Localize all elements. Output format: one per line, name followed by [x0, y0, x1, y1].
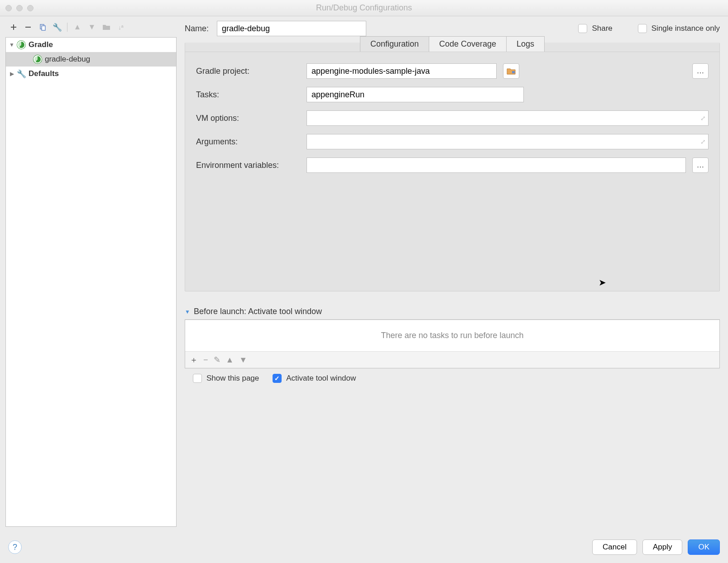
gradle-icon: [17, 40, 26, 49]
move-task-down-button[interactable]: ▼: [239, 355, 247, 365]
activate-tool-window-label: Activate tool window: [286, 374, 356, 383]
tabs: Configuration Code Coverage Logs: [360, 36, 545, 52]
copy-config-button[interactable]: [37, 22, 48, 33]
name-row: Name: Share Single instance only: [185, 21, 720, 36]
name-input[interactable]: [217, 21, 366, 36]
sidebar: 🔧 ▲ ▼ ↓ª ▼ Gradle gradle-debug ▶ 🔧 Defau…: [0, 16, 177, 531]
tab-logs[interactable]: Logs: [507, 37, 544, 52]
apply-button[interactable]: Apply: [642, 539, 683, 555]
tasks-input[interactable]: [307, 87, 524, 102]
gradle-project-input[interactable]: [307, 63, 497, 79]
single-instance-label: Single instance only: [651, 24, 720, 33]
expand-icon[interactable]: ⤢: [700, 115, 706, 122]
show-this-page-checkbox[interactable]: Show this page: [193, 374, 259, 383]
tab-configuration[interactable]: Configuration: [360, 37, 429, 52]
env-vars-label: Environment variables:: [196, 161, 300, 170]
help-button[interactable]: ?: [8, 540, 22, 554]
checkbox-icon: [193, 374, 202, 383]
tree-node-gradle-debug[interactable]: gradle-debug: [6, 52, 176, 67]
sidebar-toolbar: 🔧 ▲ ▼ ↓ª: [5, 21, 177, 37]
single-instance-checkbox[interactable]: Single instance only: [638, 24, 720, 33]
tree-label: Gradle: [28, 40, 53, 49]
wrench-icon: 🔧: [17, 69, 26, 78]
config-tree[interactable]: ▼ Gradle gradle-debug ▶ 🔧 Defaults: [5, 37, 177, 527]
edit-defaults-button[interactable]: 🔧: [52, 22, 62, 33]
before-launch-empty: There are no tasks to run before launch: [185, 320, 719, 351]
svg-rect-1: [42, 26, 45, 30]
footer: ? Cancel Apply OK: [0, 531, 728, 563]
titlebar: Run/Debug Configurations: [0, 0, 728, 16]
tree-node-gradle[interactable]: ▼ Gradle: [6, 38, 176, 52]
sort-button[interactable]: ↓ª: [115, 22, 126, 33]
share-checkbox[interactable]: Share: [578, 24, 612, 33]
env-vars-input[interactable]: [307, 157, 686, 173]
activate-tool-window-checkbox[interactable]: Activate tool window: [273, 374, 356, 383]
ellipsis-icon: …: [697, 67, 704, 76]
share-label: Share: [592, 24, 612, 33]
tab-code-coverage[interactable]: Code Coverage: [429, 37, 507, 52]
show-this-page-label: Show this page: [206, 374, 259, 383]
before-launch-section: ▼ Before launch: Activate tool window Th…: [185, 304, 720, 383]
remove-task-button[interactable]: −: [203, 355, 208, 365]
tree-label: gradle-debug: [44, 55, 90, 64]
config-panel: Configuration Code Coverage Logs Gradle …: [185, 43, 720, 291]
env-vars-browse-button[interactable]: …: [692, 157, 709, 173]
separator: [67, 23, 67, 32]
tasks-label: Tasks:: [196, 90, 300, 100]
remove-config-button[interactable]: [23, 22, 34, 33]
move-task-up-button[interactable]: ▲: [226, 355, 234, 365]
more-project-button[interactable]: …: [692, 63, 709, 79]
name-label: Name:: [185, 24, 209, 33]
arguments-input[interactable]: [307, 134, 709, 149]
config-form: Gradle project: … Tasks:: [185, 52, 719, 177]
checkbox-icon: [273, 374, 282, 383]
cancel-button[interactable]: Cancel: [592, 539, 637, 555]
arguments-label: Arguments:: [196, 137, 300, 147]
svg-rect-2: [512, 71, 515, 73]
gradle-project-label: Gradle project:: [196, 67, 300, 76]
before-launch-list: There are no tasks to run before launch …: [185, 320, 720, 368]
expand-icon[interactable]: ⤢: [700, 138, 706, 145]
folder-button[interactable]: [101, 22, 112, 33]
vm-options-label: VM options:: [196, 114, 300, 123]
browse-project-button[interactable]: [503, 63, 519, 79]
move-down-button[interactable]: ▼: [86, 22, 97, 33]
checkbox-icon: [578, 24, 587, 33]
collapse-arrow-icon[interactable]: ▶: [9, 71, 15, 77]
expand-arrow-icon[interactable]: ▼: [9, 42, 15, 48]
window-title: Run/Debug Configurations: [0, 3, 728, 13]
add-task-button[interactable]: ＋: [190, 354, 198, 365]
move-up-button[interactable]: ▲: [72, 22, 83, 33]
main-panel: Name: Share Single instance only Configu…: [177, 16, 728, 531]
add-config-button[interactable]: [8, 22, 19, 33]
edit-task-button[interactable]: ✎: [214, 355, 220, 365]
ok-button[interactable]: OK: [688, 539, 720, 555]
checkbox-icon: [638, 24, 647, 33]
ellipsis-icon: …: [697, 161, 704, 170]
vm-options-input[interactable]: [307, 110, 709, 126]
before-launch-toolbar: ＋ − ✎ ▲ ▼: [185, 351, 719, 368]
gradle-icon: [33, 55, 42, 64]
tree-label: Defaults: [28, 69, 59, 78]
tree-node-defaults[interactable]: ▶ 🔧 Defaults: [6, 67, 176, 81]
